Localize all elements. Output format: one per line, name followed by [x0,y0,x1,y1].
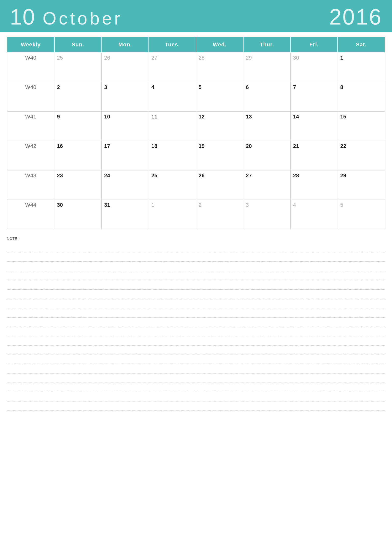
note-line [7,373,385,383]
note-line [7,271,385,280]
col-header-mon: Mon. [102,37,149,52]
col-header-weekly: Weekly [7,37,54,52]
col-header-thur: Thur. [243,37,291,52]
calendar-day-cell: 25 [54,52,102,82]
calendar-day-cell: 26 [102,52,149,82]
calendar-row: W402526272829301 [7,52,385,82]
note-section: NOTE: [0,229,392,416]
calendar-day-cell: 28 [196,52,243,82]
calendar-day-cell: 8 [338,82,385,111]
calendar-row: W402345678 [7,82,385,111]
note-line [7,280,385,290]
note-line [7,401,385,411]
calendar-day-cell: 5 [338,200,385,229]
note-line [7,318,385,327]
calendar-day-cell: 29 [338,170,385,200]
note-line [7,262,385,271]
note-lines [7,243,385,411]
calendar-day-cell: 15 [338,111,385,141]
calendar-table: Weekly Sun. Mon. Tues. Wed. Thur. Fri. S… [7,37,385,229]
calendar-day-cell: 21 [291,141,338,170]
week-label: W44 [7,200,54,229]
calendar-day-cell: 10 [102,111,149,141]
week-label: W41 [7,111,54,141]
calendar-day-cell: 4 [149,82,196,111]
month-name: October [43,8,122,28]
calendar-day-cell: 29 [243,52,291,82]
calendar-day-cell: 17 [102,141,149,170]
calendar-day-cell: 23 [54,170,102,200]
calendar-day-cell: 25 [149,170,196,200]
note-line [7,355,385,364]
col-header-fri: Fri. [291,37,338,52]
calendar-row: W44303112345 [7,200,385,229]
calendar-day-cell: 27 [243,170,291,200]
calendar-day-cell: 1 [338,52,385,82]
calendar-day-cell: 3 [102,82,149,111]
week-label: W42 [7,141,54,170]
calendar-day-cell: 30 [54,200,102,229]
header-left: 10 October [10,4,122,30]
calendar-wrapper: Weekly Sun. Mon. Tues. Wed. Thur. Fri. S… [0,32,392,229]
col-header-sat: Sat. [338,37,385,52]
month-number: 10 [10,4,35,30]
note-line [7,392,385,401]
calendar-day-cell: 19 [196,141,243,170]
note-line [7,364,385,373]
calendar-day-cell: 26 [196,170,243,200]
calendar-day-cell: 31 [102,200,149,229]
calendar-day-cell: 30 [291,52,338,82]
header-right: 2016 [329,4,382,30]
note-line [7,243,385,252]
calendar-day-cell: 7 [291,82,338,111]
calendar-day-cell: 27 [149,52,196,82]
calendar-row: W4216171819202122 [7,141,385,170]
calendar-day-cell: 22 [338,141,385,170]
col-header-tues: Tues. [149,37,196,52]
calendar-day-cell: 4 [291,200,338,229]
calendar-day-cell: 2 [54,82,102,111]
calendar-day-cell: 6 [243,82,291,111]
note-line [7,308,385,318]
calendar-day-cell: 20 [243,141,291,170]
note-line [7,299,385,308]
col-header-sun: Sun. [54,37,102,52]
week-label: W40 [7,82,54,111]
note-line [7,383,385,392]
note-line [7,346,385,355]
week-label: W40 [7,52,54,82]
calendar-day-cell: 14 [291,111,338,141]
note-line [7,252,385,262]
note-line [7,336,385,346]
note-line [7,327,385,336]
calendar-day-cell: 9 [54,111,102,141]
calendar-day-cell: 28 [291,170,338,200]
calendar-day-cell: 5 [196,82,243,111]
calendar-day-cell: 2 [196,200,243,229]
calendar-day-cell: 16 [54,141,102,170]
week-label: W43 [7,170,54,200]
calendar-day-cell: 1 [149,200,196,229]
note-label: NOTE: [7,237,385,241]
note-line [7,290,385,299]
calendar-row: W419101112131415 [7,111,385,141]
calendar-day-cell: 3 [243,200,291,229]
calendar-day-cell: 18 [149,141,196,170]
calendar-header: 10 October 2016 [0,0,392,32]
calendar-day-cell: 24 [102,170,149,200]
calendar-day-cell: 13 [243,111,291,141]
year: 2016 [329,5,382,29]
calendar-day-cell: 12 [196,111,243,141]
calendar-day-cell: 11 [149,111,196,141]
calendar-header-row: Weekly Sun. Mon. Tues. Wed. Thur. Fri. S… [7,37,385,52]
calendar-row: W4323242526272829 [7,170,385,200]
col-header-wed: Wed. [196,37,243,52]
